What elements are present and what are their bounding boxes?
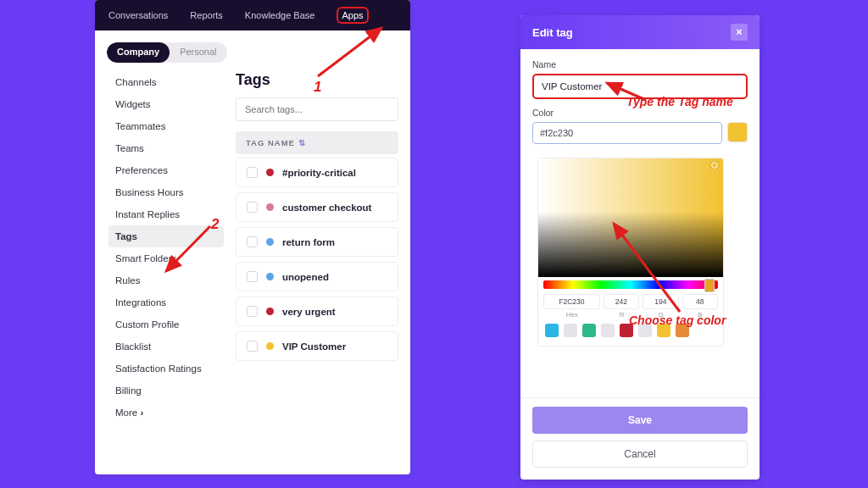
color-hex-input[interactable] <box>532 122 722 144</box>
tag-row[interactable]: VIP Customer <box>236 331 398 361</box>
column-header-label: TAG NAME <box>246 138 295 147</box>
nav-conversations[interactable]: Conversations <box>108 10 168 20</box>
sort-icon: ⇅ <box>298 138 306 147</box>
tag-list: #priority-criticalcustomer checkoutretur… <box>236 158 398 361</box>
sidebar-item-billing[interactable]: Billing <box>108 380 224 402</box>
sidebar-item-more[interactable]: More <box>108 402 224 424</box>
saturation-cursor[interactable] <box>711 162 718 169</box>
nav-knowledge-base[interactable]: Knowledge Base <box>245 10 315 20</box>
sidebar-item-blacklist[interactable]: Blacklist <box>108 336 224 358</box>
sidebar-item-preferences[interactable]: Preferences <box>108 159 224 181</box>
preset-swatch[interactable] <box>545 324 559 337</box>
sidebar-item-tags[interactable]: Tags <box>108 225 224 247</box>
tag-checkbox[interactable] <box>247 236 258 247</box>
close-icon[interactable]: × <box>731 24 748 41</box>
edit-tag-modal: Edit tag × Name Color F2C230 242 194 48 … <box>520 15 760 480</box>
save-button[interactable]: Save <box>532 407 748 434</box>
preset-swatch[interactable] <box>620 324 633 337</box>
tag-checkbox[interactable] <box>247 271 258 282</box>
tag-label: very urgent <box>282 307 336 317</box>
tag-row[interactable]: return form <box>236 227 398 257</box>
color-label: Color <box>532 108 748 118</box>
tag-row[interactable]: unopened <box>236 262 398 291</box>
r-lbl: R <box>604 311 639 319</box>
sidebar-item-teammates[interactable]: Teammates <box>108 115 224 137</box>
tag-color-dot <box>266 203 274 211</box>
color-picker: F2C230 242 194 48 Hex R G B <box>537 158 724 347</box>
g-lbl: G <box>643 311 679 319</box>
preset-swatch[interactable] <box>657 324 670 337</box>
column-header[interactable]: TAG NAME⇅ <box>236 131 398 154</box>
nav-apps[interactable]: Apps <box>337 7 368 24</box>
tag-checkbox[interactable] <box>247 341 258 352</box>
modal-title: Edit tag <box>532 26 573 39</box>
page-title: Tags <box>236 71 398 89</box>
preset-swatch[interactable] <box>676 324 689 337</box>
tag-checkbox[interactable] <box>247 167 258 178</box>
name-label: Name <box>532 59 748 69</box>
hex-lbl: Hex <box>543 311 600 319</box>
hex-val[interactable]: F2C230 <box>543 294 600 309</box>
top-nav: Conversations Reports Knowledge Base App… <box>95 0 410 30</box>
preset-row <box>538 324 723 346</box>
preset-swatch[interactable] <box>638 324 652 337</box>
g-val[interactable]: 194 <box>643 294 678 309</box>
preset-swatch[interactable] <box>582 324 596 337</box>
settings-sidebar: ChannelsWidgetsTeammatesTeamsPreferences… <box>95 68 232 424</box>
tag-color-dot <box>266 308 274 315</box>
modal-footer: Save Cancel <box>520 397 760 480</box>
tag-checkbox[interactable] <box>247 306 258 317</box>
sidebar-item-business-hours[interactable]: Business Hours <box>108 181 224 203</box>
scope-personal[interactable]: Personal <box>170 42 226 63</box>
tag-label: return form <box>282 237 335 247</box>
tag-checkbox[interactable] <box>247 202 258 213</box>
r-val[interactable]: 242 <box>604 294 639 309</box>
settings-panel: Conversations Reports Knowledge Base App… <box>95 0 410 474</box>
b-lbl: B <box>682 311 718 319</box>
modal-header: Edit tag × <box>520 15 760 49</box>
preset-swatch[interactable] <box>601 324 615 337</box>
tag-row[interactable]: #priority-critical <box>236 158 398 187</box>
tag-color-dot <box>266 169 274 176</box>
sidebar-item-satisfaction-ratings[interactable]: Satisfaction Ratings <box>108 358 224 380</box>
nav-reports[interactable]: Reports <box>190 10 223 20</box>
color-swatch[interactable] <box>727 122 748 142</box>
scope-company[interactable]: Company <box>107 42 170 63</box>
sidebar-item-custom-profile[interactable]: Custom Profile <box>108 313 224 336</box>
search-input[interactable] <box>236 97 398 121</box>
hue-slider[interactable] <box>543 280 718 289</box>
saturation-field[interactable] <box>538 158 723 277</box>
sidebar-item-widgets[interactable]: Widgets <box>108 93 224 115</box>
tag-label: VIP Customer <box>282 341 346 352</box>
cancel-button[interactable]: Cancel <box>532 441 748 468</box>
tags-main: Tags TAG NAME⇅ #priority-criticalcustome… <box>232 68 410 424</box>
preset-swatch[interactable] <box>564 324 577 337</box>
sidebar-item-integrations[interactable]: Integrations <box>108 291 224 313</box>
b-val[interactable]: 48 <box>682 294 718 309</box>
sidebar-item-rules[interactable]: Rules <box>108 269 224 291</box>
sidebar-item-smart-folders[interactable]: Smart Folders <box>108 247 224 269</box>
tag-label: #priority-critical <box>282 168 356 178</box>
sidebar-item-instant-replies[interactable]: Instant Replies <box>108 203 224 225</box>
tag-name-input[interactable] <box>532 74 748 99</box>
tag-color-dot <box>266 342 274 350</box>
sidebar-item-channels[interactable]: Channels <box>108 71 224 93</box>
sidebar-item-teams[interactable]: Teams <box>108 137 224 159</box>
settings-body: ChannelsWidgetsTeammatesTeamsPreferences… <box>95 68 410 424</box>
tag-row[interactable]: customer checkout <box>236 192 398 222</box>
tag-label: unopened <box>282 272 329 282</box>
tag-color-dot <box>266 238 274 246</box>
tag-color-dot <box>266 273 274 280</box>
tag-label: customer checkout <box>282 202 371 213</box>
tag-row[interactable]: very urgent <box>236 297 398 326</box>
scope-toggle: Company Personal <box>107 42 227 63</box>
